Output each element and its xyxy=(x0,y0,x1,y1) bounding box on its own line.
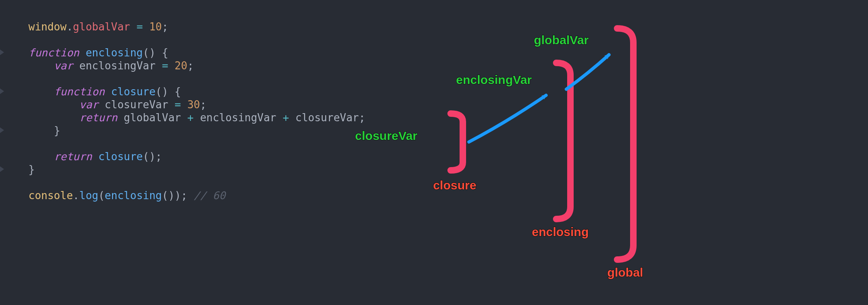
code-token: ; xyxy=(359,112,365,124)
code-token: () xyxy=(143,150,155,163)
code-token xyxy=(28,150,54,163)
arrow-closure-to-enclosing xyxy=(469,95,546,142)
code-token xyxy=(143,21,149,33)
scope-label-enclosing: enclosing xyxy=(532,225,589,239)
code-token xyxy=(168,60,175,72)
code-token xyxy=(168,86,175,98)
code-token: } xyxy=(54,125,60,137)
code-token: () xyxy=(155,86,168,98)
code-token: var xyxy=(79,99,98,111)
code-token: () xyxy=(143,47,155,59)
code-token xyxy=(187,189,194,202)
code-token: enclosingVar xyxy=(200,112,276,124)
fold-icon xyxy=(0,48,6,57)
code-token: { xyxy=(175,86,181,98)
code-token xyxy=(289,112,296,124)
code-token: ) xyxy=(175,189,181,202)
code-token: function xyxy=(54,86,105,98)
code-token: 30 xyxy=(187,99,200,111)
code-token: . xyxy=(67,21,73,33)
code-token: return xyxy=(79,112,117,124)
code-token: function xyxy=(28,47,79,59)
code-token xyxy=(155,60,162,72)
code-token: + xyxy=(187,112,194,124)
code-token xyxy=(73,60,80,72)
code-token: ; xyxy=(155,150,162,163)
var-label-enclosingvar: enclosingVar xyxy=(456,73,532,87)
code-token xyxy=(130,21,136,33)
fold-icon xyxy=(0,165,6,174)
code-token xyxy=(117,112,124,124)
code-token: closureVar xyxy=(295,112,359,124)
code-token xyxy=(79,47,86,59)
code-token xyxy=(28,60,54,72)
code-token: var xyxy=(54,60,73,72)
code-token xyxy=(28,125,54,137)
code-token: () xyxy=(162,189,175,202)
code-token: enclosing xyxy=(105,189,162,202)
code-token: // 60 xyxy=(194,189,225,202)
code-token: = xyxy=(175,99,181,111)
code-block: window.globalVar = 10; function enclosin… xyxy=(28,20,365,202)
fold-icon xyxy=(0,126,6,135)
code-token xyxy=(28,99,79,111)
code-token xyxy=(98,99,105,111)
code-token: ; xyxy=(162,21,168,33)
code-token xyxy=(181,99,188,111)
code-token: globalVar xyxy=(73,21,130,33)
code-token xyxy=(92,150,99,163)
scope-label-global: global xyxy=(607,266,643,279)
editor-gutter xyxy=(0,0,8,305)
var-label-closurevar: closureVar xyxy=(355,129,417,143)
code-token xyxy=(181,112,188,124)
code-token xyxy=(194,112,200,124)
code-token: 20 xyxy=(175,60,187,72)
code-token xyxy=(276,112,283,124)
code-token: { xyxy=(162,47,168,59)
bracket-closure xyxy=(451,114,463,170)
code-token: enclosingVar xyxy=(79,60,155,72)
code-token xyxy=(28,86,54,98)
code-token: log xyxy=(79,189,98,202)
code-token: console xyxy=(28,189,73,202)
bracket-enclosing xyxy=(556,63,570,219)
code-token: enclosing xyxy=(86,47,143,59)
scope-label-closure: closure xyxy=(433,178,477,192)
code-token: ( xyxy=(98,189,105,202)
code-token: closure xyxy=(111,86,156,98)
code-token xyxy=(155,47,162,59)
code-token: = xyxy=(136,21,143,33)
arrow-enclosing-to-global xyxy=(566,55,609,89)
code-token xyxy=(168,99,175,111)
code-token xyxy=(28,112,79,124)
code-token: . xyxy=(73,189,80,202)
code-token: 10 xyxy=(149,21,162,33)
code-token: window xyxy=(28,21,67,33)
bracket-global xyxy=(617,28,633,260)
code-token: return xyxy=(54,150,92,163)
code-token: ; xyxy=(187,60,194,72)
code-token: closure xyxy=(98,150,143,163)
code-token: + xyxy=(283,112,289,124)
fold-icon xyxy=(0,87,6,96)
code-token: ; xyxy=(181,189,188,202)
code-token: closureVar xyxy=(105,99,168,111)
code-token: ; xyxy=(200,99,207,111)
var-label-globalvar: globalVar xyxy=(534,33,589,47)
code-token: = xyxy=(162,60,168,72)
code-token xyxy=(105,86,111,98)
code-token: globalVar xyxy=(124,112,181,124)
code-token: } xyxy=(28,163,35,176)
